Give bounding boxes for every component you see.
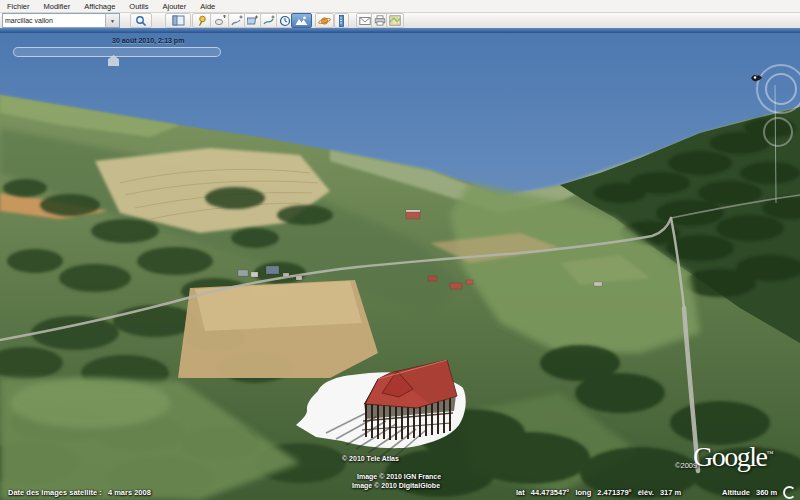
menu-outils[interactable]: Outils — [122, 2, 155, 11]
lat-value: 44.473547° — [531, 488, 569, 497]
google-earth-window: Fichier Modifier Affichage Outils Ajoute… — [0, 0, 800, 500]
email-icon — [359, 16, 371, 26]
imagery-date-label: Date des images satellite : — [8, 488, 102, 497]
copyright-ign: Image © 2010 IGN France — [357, 473, 441, 480]
search-input[interactable] — [3, 14, 105, 27]
image-overlay-icon — [247, 15, 259, 27]
elev-value: 317 m — [660, 488, 681, 497]
elev-label: élév. — [638, 488, 654, 497]
google-wordmark: Google — [693, 441, 766, 472]
menu-bar: Fichier Modifier Affichage Outils Ajoute… — [0, 0, 800, 13]
search-button[interactable] — [130, 13, 152, 28]
ruler-icon — [337, 15, 346, 27]
streaming-spinner-icon — [783, 486, 796, 499]
menu-modifier[interactable]: Modifier — [37, 2, 78, 11]
search-dropdown-arrow[interactable]: ▼ — [105, 14, 119, 27]
move-joystick-ring[interactable] — [763, 117, 793, 147]
altitude-status: Altitude 360 m — [722, 488, 781, 497]
clock-icon — [279, 15, 291, 27]
path-icon — [231, 15, 243, 27]
terrain-3d-view — [0, 33, 800, 500]
printer-icon — [374, 15, 386, 26]
earth-viewport[interactable]: 30 août 2010, 2:13 pm © 2010 Tele Atlas … — [0, 33, 800, 500]
navigation-bird-icon[interactable] — [750, 72, 763, 83]
placemark-pin-icon — [196, 15, 208, 27]
sun-icon — [295, 15, 308, 26]
view-in-maps-button[interactable] — [386, 13, 404, 28]
planet-icon — [318, 15, 331, 27]
copyright-tele-atlas: © 2010 Tele Atlas — [342, 455, 399, 462]
menu-aide[interactable]: Aide — [193, 2, 222, 11]
polygon-icon — [214, 15, 226, 27]
switch-to-sky-button[interactable] — [315, 13, 334, 28]
imagery-date-value: 4 mars 2008 — [108, 488, 151, 497]
imagery-date-status: Date des images satellite : 4 mars 2008 — [8, 488, 155, 497]
maps-icon — [389, 15, 401, 26]
menu-affichage[interactable]: Affichage — [77, 2, 122, 11]
menu-fichier[interactable]: Fichier — [0, 2, 37, 11]
search-icon — [135, 15, 147, 27]
add-placemark-button[interactable] — [192, 13, 212, 28]
altitude-value: 360 m — [756, 488, 777, 497]
altitude-label: Altitude — [722, 488, 750, 497]
long-value: 2.471379° — [597, 488, 631, 497]
add-polygon-button[interactable] — [210, 13, 230, 28]
menu-ajouter[interactable]: Ajouter — [156, 2, 194, 11]
trademark-symbol: ™ — [766, 450, 773, 458]
long-label: long — [575, 488, 591, 497]
toolbar: ▼ — [0, 13, 800, 28]
copyright-digitalglobe: Image © 2010 DigitalGlobe — [352, 482, 440, 489]
google-logo: Google™ — [693, 441, 773, 473]
position-status: lat 44.473547° long 2.471379° élév. 317 … — [516, 488, 685, 497]
look-ring-inner[interactable] — [765, 73, 797, 105]
time-slider-label: 30 août 2010, 2:13 pm — [112, 37, 184, 44]
sunlight-button[interactable] — [291, 13, 312, 28]
ruler-button[interactable] — [334, 13, 349, 28]
toggle-sidebar-button[interactable] — [165, 13, 191, 28]
lat-label: lat — [516, 488, 525, 497]
sidebar-panel-icon — [172, 15, 185, 26]
search-combobox: ▼ — [2, 13, 120, 28]
record-tour-icon — [263, 15, 275, 27]
time-slider-track[interactable] — [13, 47, 221, 57]
